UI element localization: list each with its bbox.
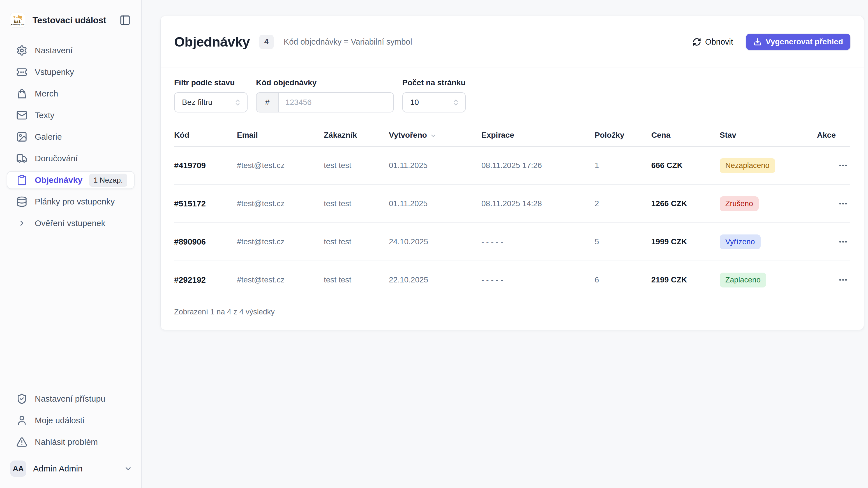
sidebar-item-label: Nastavení [35,46,72,55]
results-summary: Zobrazení 1 na 4 z 4 výsledky [174,308,275,316]
order-customer: test test [324,275,389,284]
app-root: Rezervuj.fun Testovací událost Nastavení… [0,0,868,488]
order-code: #419709 [174,161,237,170]
event-name: Testovací událost [33,15,118,26]
sidebar-item-nastaveni-pristupu[interactable]: Nastavení přístupu [7,390,134,408]
order-items: 1 [595,161,651,170]
sidebar-toggle-button[interactable] [118,13,132,28]
order-price: 2199 CZK [651,275,720,284]
order-code-label: Kód objednávky [256,78,394,87]
order-items: 2 [595,199,651,208]
order-created: 24.10.2025 [389,237,482,246]
orders-table: Kód Email Zákazník Vytvořeno Expirace Po… [161,124,864,299]
per-page-label: Počet na stránku [402,78,466,87]
column-header-polozky: Položky [595,131,651,140]
per-page-filter-group: Počet na stránku 10 [402,78,466,113]
app-logo: Rezervuj.fun [10,12,25,28]
column-header-stav: Stav [720,131,817,140]
avatar: AA [10,460,26,477]
sidebar-item-planky[interactable]: Plánky pro vstupenky [7,193,134,211]
per-page-select[interactable]: 10 [402,92,466,113]
sidebar-item-nastaveni[interactable]: Nastavení [7,41,134,59]
sidebar-item-label: Texty [35,111,54,120]
sidebar-item-label: Nahlásit problém [35,437,98,447]
sidebar-item-galerie[interactable]: Galerie [7,128,134,146]
table-row: #515172 #test@test.cz test test 01.11.20… [174,185,850,223]
order-email: #test@test.cz [237,161,324,170]
column-header-cena: Cena [651,131,720,140]
table-row: #890906 #test@test.cz test test 24.10.20… [174,223,850,261]
orders-count-badge: 4 [259,35,274,49]
order-customer: test test [324,237,389,246]
status-filter-group: Filtr podle stavu Bez filtru [174,78,248,113]
order-price: 1999 CZK [651,237,720,246]
order-code: #515172 [174,199,237,208]
unpaid-count-badge: 1 Nezap. [89,174,127,187]
row-actions-button[interactable] [836,235,850,249]
column-header-vytvoreno[interactable]: Vytvořeno [389,131,482,140]
generate-report-label: Vygenerovat přehled [766,37,843,46]
ellipsis-icon [838,237,848,247]
column-header-email: Email [237,131,324,140]
gear-icon [16,45,28,56]
row-actions-button[interactable] [836,273,850,287]
column-header-label: Vytvořeno [389,131,427,140]
order-customer: test test [324,199,389,208]
status-filter-value: Bez filtru [182,98,213,107]
sidebar-item-label: Doručování [35,154,78,163]
order-email: #test@test.cz [237,275,324,284]
logo-art-icon [12,15,23,23]
column-header-akce: Akce [817,131,850,140]
column-header-zakaznik: Zákazník [324,131,389,140]
orders-header-actions: Obnovit Vygenerovat přehled [692,34,850,50]
status-filter-select[interactable]: Bez filtru [174,92,248,113]
sidebar-item-label: Objednávky [35,175,83,185]
user-menu[interactable]: AA Admin Admin [7,460,134,477]
truck-icon [16,153,28,164]
page-title: Objednávky [174,34,250,50]
sidebar-nav: Nastavení Vstupenky Merch Texty Galerie … [7,41,134,232]
sidebar-item-moje-udalosti[interactable]: Moje události [7,411,134,429]
sidebar-item-nahlasit-problem[interactable]: Nahlásit problém [7,433,134,451]
chevrons-up-down-icon [234,99,241,106]
image-icon [16,131,28,143]
order-expiration: - - - - - [482,237,595,246]
user-icon [16,415,28,426]
refresh-button[interactable]: Obnovit [692,37,733,47]
orders-header-left: Objednávky 4 Kód objednávky = Variabilní… [174,34,412,50]
sidebar-item-objednavky[interactable]: Objednávky 1 Nezap. [7,171,134,189]
order-code: #890906 [174,237,237,246]
warning-triangle-icon [16,436,28,448]
sidebar-item-vstupenky[interactable]: Vstupenky [7,63,134,81]
sidebar-item-overeni[interactable]: Ověření vstupenek [7,214,134,232]
chevrons-up-down-icon [452,99,460,106]
main-content: Objednávky 4 Kód objednávky = Variabilní… [142,0,868,488]
order-items: 6 [595,275,651,284]
generate-report-button[interactable]: Vygenerovat přehled [746,34,850,50]
order-email: #test@test.cz [237,237,324,246]
orders-subtitle: Kód objednávky = Variabilní symbol [284,37,412,47]
status-badge: Nezaplaceno [720,158,775,173]
order-created: 01.11.2025 [389,199,482,208]
hash-prefix: # [256,93,279,112]
order-code-input-group: # [256,92,394,113]
sidebar-item-label: Vstupenky [35,67,74,77]
table-header-row: Kód Email Zákazník Vytvořeno Expirace Po… [174,124,850,147]
sidebar-footer-nav: Nastavení přístupu Moje události Nahlási… [7,390,134,451]
row-actions-button[interactable] [836,196,850,211]
refresh-label: Obnovit [705,37,733,47]
ellipsis-icon [838,199,848,209]
status-badge: Zaplaceno [720,273,766,287]
table-row: #292192 #test@test.cz test test 22.10.20… [174,261,850,299]
per-page-value: 10 [410,98,419,107]
user-name: Admin Admin [33,464,124,474]
clipboard-icon [16,175,28,186]
order-expiration: 08.11.2025 17:26 [482,161,595,170]
order-code-input[interactable] [279,93,393,112]
sidebar-item-texty[interactable]: Texty [7,106,134,124]
sidebar-item-dorucovani[interactable]: Doručování [7,150,134,167]
shopping-bag-icon [16,88,28,99]
row-actions-button[interactable] [836,158,850,173]
chevron-right-icon [16,218,28,229]
sidebar-item-merch[interactable]: Merch [7,85,134,103]
